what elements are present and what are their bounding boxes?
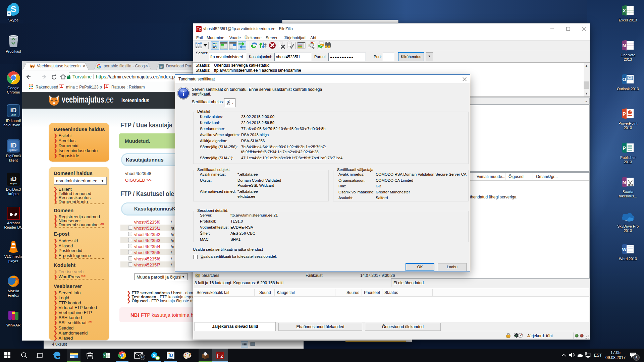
svg-text:X: X: [623, 8, 626, 13]
svg-text:P: P: [623, 111, 626, 117]
svg-text:N: N: [623, 43, 626, 48]
svg-text:O: O: [622, 76, 626, 82]
svg-text:sf: sf: [160, 65, 163, 68]
svg-text:i: i: [182, 89, 184, 98]
svg-text:Fz: Fz: [217, 353, 223, 359]
svg-text:X: X: [103, 354, 105, 357]
svg-text:iD: iD: [10, 175, 17, 182]
svg-text:krüpto: krüpto: [10, 182, 17, 185]
svg-text:N: N: [623, 179, 626, 185]
svg-text:Fz: Fz: [197, 27, 201, 32]
svg-text:A: A: [516, 334, 518, 337]
svg-text:S: S: [11, 4, 16, 14]
svg-text:W: W: [622, 247, 627, 252]
svg-text:utiliit: utiliit: [11, 113, 16, 116]
svg-text:igiDoc³: igiDoc³: [9, 148, 17, 152]
svg-text:iD: iD: [10, 142, 17, 149]
svg-text:iD: iD: [10, 107, 17, 114]
svg-text:updater: updater: [168, 357, 173, 359]
svg-text:P: P: [623, 145, 626, 151]
